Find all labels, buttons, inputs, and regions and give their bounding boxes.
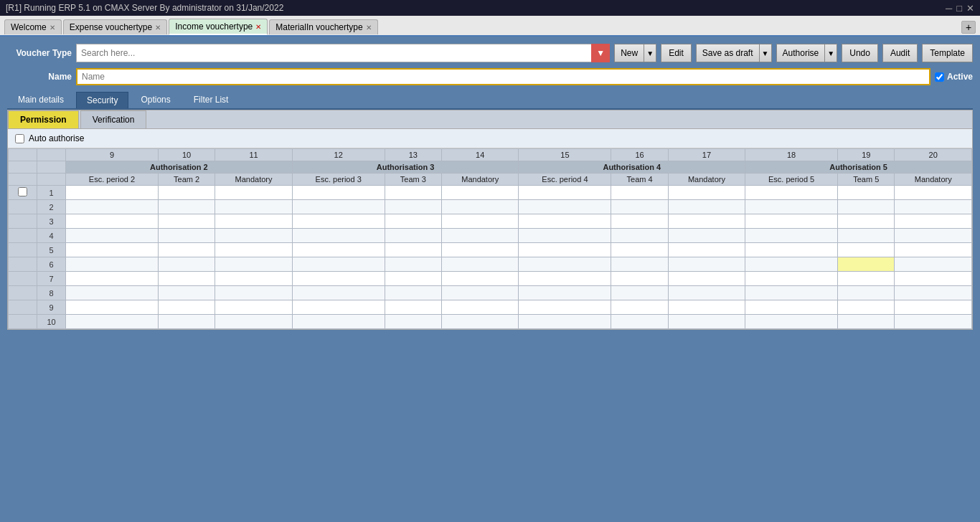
data-cell[interactable] [215, 200, 292, 214]
data-cell[interactable] [895, 200, 972, 214]
new-button[interactable]: New [614, 44, 644, 62]
data-cell[interactable] [611, 257, 668, 272]
data-cell[interactable] [442, 214, 519, 229]
row-checkbox-cell[interactable] [9, 315, 37, 329]
data-cell[interactable] [611, 315, 668, 329]
tab-expense[interactable]: Expense vouchertype ✕ [63, 19, 167, 34]
data-cell[interactable] [519, 229, 611, 243]
data-cell[interactable] [611, 300, 668, 315]
authorise-button[interactable]: Authorise [776, 44, 825, 62]
data-cell[interactable] [745, 257, 838, 272]
data-cell[interactable] [442, 300, 519, 315]
data-cell[interactable] [895, 272, 972, 286]
data-cell[interactable] [215, 214, 292, 229]
data-cell[interactable] [895, 257, 972, 272]
data-cell[interactable] [215, 186, 292, 200]
data-cell[interactable] [215, 243, 292, 257]
save-as-draft-button[interactable]: Save as draft [696, 44, 759, 62]
data-cell[interactable] [158, 186, 215, 200]
data-cell[interactable] [385, 315, 441, 329]
active-checkbox[interactable] [935, 72, 944, 82]
tab-welcome-close[interactable]: ✕ [50, 24, 55, 32]
data-cell[interactable] [745, 200, 838, 214]
data-cell[interactable] [838, 186, 895, 200]
data-cell[interactable] [385, 200, 441, 214]
data-cell[interactable] [611, 272, 668, 286]
data-cell[interactable] [895, 229, 972, 243]
data-cell[interactable] [611, 214, 668, 229]
data-cell[interactable] [292, 186, 385, 200]
grid-container[interactable]: 9 10 11 12 13 14 15 16 17 18 19 20 [8, 148, 972, 329]
data-cell[interactable] [668, 300, 745, 315]
data-cell[interactable] [668, 257, 745, 272]
minimize-button[interactable]: ─ [946, 3, 952, 14]
name-input[interactable] [76, 68, 930, 85]
data-cell[interactable] [292, 229, 385, 243]
tab-income[interactable]: Income vouchertype ✕ [169, 19, 268, 35]
data-cell[interactable] [519, 186, 611, 200]
edit-button[interactable]: Edit [661, 44, 692, 62]
data-cell[interactable] [895, 214, 972, 229]
data-cell[interactable] [519, 257, 611, 272]
data-cell[interactable] [215, 286, 292, 300]
data-cell[interactable] [158, 200, 215, 214]
data-cell[interactable] [215, 315, 292, 329]
data-cell[interactable] [66, 315, 159, 329]
data-cell[interactable] [66, 300, 159, 315]
data-cell[interactable] [519, 243, 611, 257]
data-cell[interactable] [895, 243, 972, 257]
sub-tab-filterlist[interactable]: Filter List [183, 91, 240, 108]
data-cell[interactable] [745, 186, 838, 200]
data-cell[interactable] [292, 214, 385, 229]
data-cell[interactable] [838, 257, 895, 272]
data-cell[interactable] [158, 286, 215, 300]
data-cell[interactable] [838, 243, 895, 257]
data-cell[interactable] [838, 286, 895, 300]
data-cell[interactable] [385, 229, 441, 243]
data-cell[interactable] [292, 200, 385, 214]
data-cell[interactable] [668, 200, 745, 214]
data-cell[interactable] [215, 229, 292, 243]
data-cell[interactable] [668, 186, 745, 200]
data-cell[interactable] [668, 243, 745, 257]
data-cell[interactable] [668, 286, 745, 300]
voucher-type-search[interactable] [76, 44, 610, 62]
data-cell[interactable] [442, 200, 519, 214]
data-cell[interactable] [385, 286, 441, 300]
data-cell[interactable] [519, 315, 611, 329]
data-cell[interactable] [442, 229, 519, 243]
data-cell[interactable] [385, 243, 441, 257]
data-cell[interactable] [442, 272, 519, 286]
row-checkbox-cell[interactable] [9, 214, 37, 229]
auto-authorise-checkbox[interactable] [15, 134, 24, 143]
data-cell[interactable] [442, 257, 519, 272]
authorise-dropdown[interactable]: ▼ [824, 44, 837, 62]
data-cell[interactable] [519, 286, 611, 300]
restore-button[interactable]: □ [956, 3, 962, 14]
row-checkbox-cell[interactable] [9, 229, 37, 243]
data-cell[interactable] [838, 315, 895, 329]
data-cell[interactable] [66, 243, 159, 257]
data-cell[interactable] [158, 243, 215, 257]
data-cell[interactable] [838, 229, 895, 243]
data-cell[interactable] [292, 315, 385, 329]
row-checkbox-cell[interactable] [9, 243, 37, 257]
tab-income-close[interactable]: ✕ [255, 23, 261, 31]
data-cell[interactable] [838, 272, 895, 286]
data-cell[interactable] [158, 257, 215, 272]
data-cell[interactable] [385, 257, 441, 272]
data-cell[interactable] [668, 214, 745, 229]
search-dropdown-button[interactable]: ▼ [591, 44, 610, 62]
data-cell[interactable] [611, 229, 668, 243]
data-cell[interactable] [66, 186, 159, 200]
data-cell[interactable] [442, 243, 519, 257]
data-cell[interactable] [895, 186, 972, 200]
save-as-draft-dropdown[interactable]: ▼ [759, 44, 772, 62]
new-dropdown-button[interactable]: ▼ [644, 44, 656, 62]
data-cell[interactable] [66, 229, 159, 243]
data-cell[interactable] [519, 300, 611, 315]
data-cell[interactable] [215, 272, 292, 286]
data-cell[interactable] [158, 229, 215, 243]
audit-button[interactable]: Audit [882, 44, 918, 62]
data-cell[interactable] [442, 286, 519, 300]
